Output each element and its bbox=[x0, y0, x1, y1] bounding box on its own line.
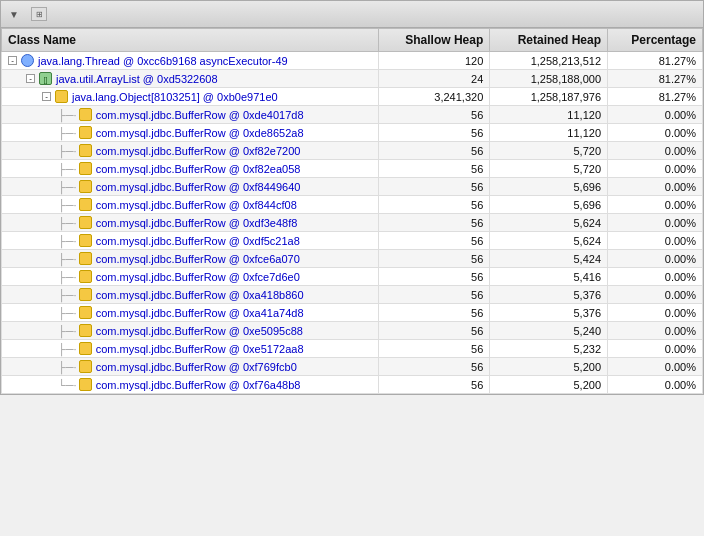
table-row[interactable]: ├─·com.mysql.jdbc.BufferRow @ 0xe5172aa8… bbox=[2, 340, 703, 358]
col-shallow: Shallow Heap bbox=[379, 29, 490, 52]
class-name-cell: ├─·com.mysql.jdbc.BufferRow @ 0xfce6a070 bbox=[2, 250, 379, 268]
retained-heap-cell: 11,120 bbox=[490, 106, 608, 124]
table-row[interactable]: ├─·com.mysql.jdbc.BufferRow @ 0xf82e7200… bbox=[2, 142, 703, 160]
table-row[interactable]: ├─·com.mysql.jdbc.BufferRow @ 0xe5095c88… bbox=[2, 322, 703, 340]
class-link[interactable]: com.mysql.jdbc.BufferRow @ 0xf844cf08 bbox=[96, 199, 297, 211]
class-link[interactable]: com.mysql.jdbc.BufferRow @ 0xa41a74d8 bbox=[96, 307, 304, 319]
shallow-heap-cell: 56 bbox=[379, 178, 490, 196]
collapse-arrow[interactable]: ▼ bbox=[9, 9, 19, 19]
table-header: Class Name Shallow Heap Retained Heap Pe… bbox=[2, 29, 703, 52]
table-row[interactable]: ├─·com.mysql.jdbc.BufferRow @ 0xfce7d6e0… bbox=[2, 268, 703, 286]
array-icon: [] bbox=[39, 72, 52, 85]
object-icon bbox=[79, 378, 92, 391]
shallow-heap-cell: 56 bbox=[379, 124, 490, 142]
percentage-cell: 0.00% bbox=[608, 214, 703, 232]
table-row[interactable]: -java.lang.Object[8103251] @ 0xb0e971e03… bbox=[2, 88, 703, 106]
class-link[interactable]: com.mysql.jdbc.BufferRow @ 0xe5172aa8 bbox=[96, 343, 304, 355]
class-link[interactable]: com.mysql.jdbc.BufferRow @ 0xfce6a070 bbox=[96, 253, 300, 265]
class-link[interactable]: com.mysql.jdbc.BufferRow @ 0xe5095c88 bbox=[96, 325, 303, 337]
percentage-cell: 0.00% bbox=[608, 358, 703, 376]
retained-heap-cell: 5,200 bbox=[490, 376, 608, 394]
class-link[interactable]: com.mysql.jdbc.BufferRow @ 0xf82e7200 bbox=[96, 145, 301, 157]
class-name-cell: ├─·com.mysql.jdbc.BufferRow @ 0xe5095c88 bbox=[2, 322, 379, 340]
object-icon bbox=[79, 108, 92, 121]
object-icon bbox=[79, 288, 92, 301]
class-link[interactable]: com.mysql.jdbc.BufferRow @ 0xdf5c21a8 bbox=[96, 235, 300, 247]
percentage-cell: 0.00% bbox=[608, 376, 703, 394]
expand-button[interactable]: - bbox=[26, 74, 35, 83]
tree-line: ├─· bbox=[58, 145, 77, 157]
table-row[interactable]: ├─·com.mysql.jdbc.BufferRow @ 0xa418b860… bbox=[2, 286, 703, 304]
export-button[interactable]: ⊞ bbox=[31, 7, 47, 21]
retained-heap-cell: 5,624 bbox=[490, 232, 608, 250]
shallow-heap-cell: 56 bbox=[379, 358, 490, 376]
class-link[interactable]: java.lang.Thread @ 0xcc6b9168 asyncExecu… bbox=[38, 55, 288, 67]
table-row[interactable]: ├─·com.mysql.jdbc.BufferRow @ 0xf844cf08… bbox=[2, 196, 703, 214]
table-row[interactable]: -[]java.util.ArrayList @ 0xd5322608241,2… bbox=[2, 70, 703, 88]
class-link[interactable]: com.mysql.jdbc.BufferRow @ 0xf76a48b8 bbox=[96, 379, 301, 391]
tree-line: ├─· bbox=[58, 181, 77, 193]
tree-line: ├─· bbox=[58, 343, 77, 355]
class-link[interactable]: com.mysql.jdbc.BufferRow @ 0xf82ea058 bbox=[96, 163, 301, 175]
retained-heap-cell: 1,258,188,000 bbox=[490, 70, 608, 88]
class-link[interactable]: java.lang.Object[8103251] @ 0xb0e971e0 bbox=[72, 91, 278, 103]
shallow-heap-cell: 56 bbox=[379, 160, 490, 178]
dominator-tree-panel: ▼ ⊞ Class Name Shallow Heap Retained Hea… bbox=[0, 0, 704, 395]
class-link[interactable]: com.mysql.jdbc.BufferRow @ 0xf8449640 bbox=[96, 181, 301, 193]
retained-heap-cell: 5,416 bbox=[490, 268, 608, 286]
table-row[interactable]: ├─·com.mysql.jdbc.BufferRow @ 0xde8652a8… bbox=[2, 124, 703, 142]
table-row[interactable]: ├─·com.mysql.jdbc.BufferRow @ 0xfce6a070… bbox=[2, 250, 703, 268]
table-row[interactable]: ├─·com.mysql.jdbc.BufferRow @ 0xde4017d8… bbox=[2, 106, 703, 124]
class-name-cell: ├─·com.mysql.jdbc.BufferRow @ 0xdf5c21a8 bbox=[2, 232, 379, 250]
retained-heap-cell: 5,424 bbox=[490, 250, 608, 268]
retained-heap-cell: 5,376 bbox=[490, 304, 608, 322]
retained-heap-cell: 5,232 bbox=[490, 340, 608, 358]
retained-heap-cell: 5,200 bbox=[490, 358, 608, 376]
table-scroll-container[interactable]: Class Name Shallow Heap Retained Heap Pe… bbox=[1, 28, 703, 394]
tree-line: ├─· bbox=[58, 271, 77, 283]
class-link[interactable]: java.util.ArrayList @ 0xd5322608 bbox=[56, 73, 218, 85]
percentage-cell: 81.27% bbox=[608, 70, 703, 88]
panel-header: ▼ ⊞ bbox=[1, 1, 703, 28]
class-name-cell: -java.lang.Object[8103251] @ 0xb0e971e0 bbox=[2, 88, 379, 106]
retained-heap-cell: 5,720 bbox=[490, 142, 608, 160]
table-row[interactable]: ├─·com.mysql.jdbc.BufferRow @ 0xf769fcb0… bbox=[2, 358, 703, 376]
shallow-heap-cell: 56 bbox=[379, 106, 490, 124]
class-link[interactable]: com.mysql.jdbc.BufferRow @ 0xfce7d6e0 bbox=[96, 271, 300, 283]
shallow-heap-cell: 56 bbox=[379, 250, 490, 268]
table-row[interactable]: ├─·com.mysql.jdbc.BufferRow @ 0xa41a74d8… bbox=[2, 304, 703, 322]
table-row[interactable]: ├─·com.mysql.jdbc.BufferRow @ 0xdf5c21a8… bbox=[2, 232, 703, 250]
table-row[interactable]: ├─·com.mysql.jdbc.BufferRow @ 0xf8449640… bbox=[2, 178, 703, 196]
class-name-cell: ├─·com.mysql.jdbc.BufferRow @ 0xf8449640 bbox=[2, 178, 379, 196]
retained-heap-cell: 5,720 bbox=[490, 160, 608, 178]
class-name-cell: ├─·com.mysql.jdbc.BufferRow @ 0xf769fcb0 bbox=[2, 358, 379, 376]
class-name-cell: ├─·com.mysql.jdbc.BufferRow @ 0xe5172aa8 bbox=[2, 340, 379, 358]
object-icon bbox=[79, 360, 92, 373]
object-icon bbox=[79, 342, 92, 355]
class-link[interactable]: com.mysql.jdbc.BufferRow @ 0xf769fcb0 bbox=[96, 361, 297, 373]
object-icon bbox=[79, 162, 92, 175]
class-name-cell: ├─·com.mysql.jdbc.BufferRow @ 0xdf3e48f8 bbox=[2, 214, 379, 232]
class-link[interactable]: com.mysql.jdbc.BufferRow @ 0xde4017d8 bbox=[96, 109, 304, 121]
shallow-heap-cell: 56 bbox=[379, 304, 490, 322]
tree-line: ├─· bbox=[58, 199, 77, 211]
class-name-cell: ├─·com.mysql.jdbc.BufferRow @ 0xf82ea058 bbox=[2, 160, 379, 178]
table-row[interactable]: ├─·com.mysql.jdbc.BufferRow @ 0xdf3e48f8… bbox=[2, 214, 703, 232]
retained-heap-cell: 1,258,187,976 bbox=[490, 88, 608, 106]
class-link[interactable]: com.mysql.jdbc.BufferRow @ 0xdf3e48f8 bbox=[96, 217, 298, 229]
object-icon bbox=[79, 270, 92, 283]
tree-line: ├─· bbox=[58, 289, 77, 301]
table-row[interactable]: ├─·com.mysql.jdbc.BufferRow @ 0xf82ea058… bbox=[2, 160, 703, 178]
expand-button[interactable]: - bbox=[42, 92, 51, 101]
expand-button[interactable]: - bbox=[8, 56, 17, 65]
table-body: -java.lang.Thread @ 0xcc6b9168 asyncExec… bbox=[2, 52, 703, 394]
table-row[interactable]: └─·com.mysql.jdbc.BufferRow @ 0xf76a48b8… bbox=[2, 376, 703, 394]
percentage-cell: 0.00% bbox=[608, 340, 703, 358]
object-icon bbox=[79, 234, 92, 247]
class-link[interactable]: com.mysql.jdbc.BufferRow @ 0xa418b860 bbox=[96, 289, 304, 301]
class-link[interactable]: com.mysql.jdbc.BufferRow @ 0xde8652a8 bbox=[96, 127, 304, 139]
table-row[interactable]: -java.lang.Thread @ 0xcc6b9168 asyncExec… bbox=[2, 52, 703, 70]
shallow-heap-cell: 24 bbox=[379, 70, 490, 88]
percentage-cell: 0.00% bbox=[608, 268, 703, 286]
class-name-cell: ├─·com.mysql.jdbc.BufferRow @ 0xf844cf08 bbox=[2, 196, 379, 214]
